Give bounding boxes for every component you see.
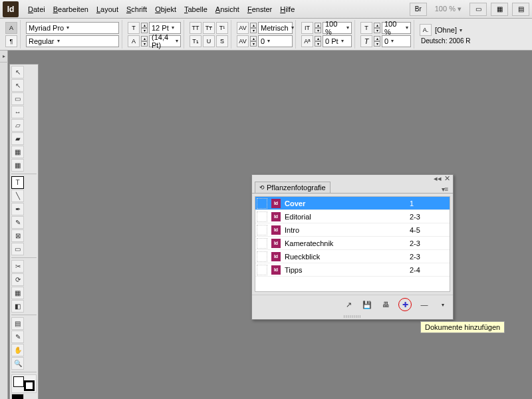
indesign-doc-icon: Id <box>271 252 281 261</box>
tracking-spinner[interactable]: ▴▾ <box>250 36 257 47</box>
selection-tool[interactable]: ↖ <box>11 66 24 78</box>
save-book-button[interactable]: 💾 <box>361 299 373 310</box>
gap-tool[interactable]: ↔ <box>11 106 24 118</box>
gradient-swatch-tool[interactable]: ▦ <box>11 287 24 299</box>
indesign-doc-icon: Id <box>271 199 281 208</box>
bridge-button[interactable]: Br <box>410 3 427 16</box>
type-tool[interactable]: T <box>11 176 24 189</box>
page-tool[interactable]: ▭ <box>11 92 24 105</box>
note-tool[interactable]: ▤ <box>11 317 24 330</box>
rectangle-frame-tool[interactable]: ⊠ <box>11 229 24 242</box>
panel-resize-grip[interactable]: ııııııııı <box>252 314 453 319</box>
para-format-button[interactable]: ¶ <box>5 35 17 47</box>
zoom-display[interactable]: 100 % ▾ <box>431 5 466 13</box>
add-document-button[interactable]: ✚ <box>398 298 412 311</box>
book-row[interactable]: IdTipps2-4 <box>255 263 450 277</box>
baseline-spinner[interactable]: ▴▾ <box>315 36 321 47</box>
guides-tool-2[interactable]: ▦ <box>11 159 24 172</box>
font-style-select[interactable]: Regular <box>26 35 119 47</box>
strikethrough-button[interactable]: S <box>216 35 228 47</box>
book-row[interactable]: IdKameratechnik2-3 <box>255 237 450 250</box>
direct-selection-tool[interactable]: ↖ <box>11 79 24 92</box>
kerning-spinner[interactable]: ▴▾ <box>250 23 257 33</box>
menu-ansicht[interactable]: Ansicht <box>211 3 243 16</box>
free-transform-tool[interactable]: ⟳ <box>11 273 24 286</box>
baseline-icon: Aª <box>301 35 313 47</box>
hscale-input[interactable]: 100 % <box>382 22 411 34</box>
leading-input[interactable]: (14,4 Pt) <box>149 35 181 47</box>
subscript-button[interactable]: T₁ <box>190 35 201 47</box>
sync-small-icon[interactable]: ↗ <box>342 299 354 310</box>
underline-button[interactable]: U <box>203 35 215 47</box>
guides-tool[interactable]: ▦ <box>11 146 24 158</box>
book-row[interactable]: IdRueckblick2-3 <box>255 250 450 263</box>
row-name: Intro <box>283 226 410 234</box>
tooltip: Dokumente hinzufügen <box>420 321 505 333</box>
scissors-tool[interactable]: ✂ <box>11 260 24 273</box>
menu-tabelle[interactable]: Tabelle <box>180 3 211 16</box>
eyedropper-tool[interactable]: ✎ <box>11 331 24 343</box>
smallcaps-button[interactable]: Tᴛ <box>203 22 215 34</box>
leading-spinner[interactable]: ▴▾ <box>141 36 148 47</box>
remove-document-button[interactable]: — <box>418 299 430 310</box>
rectangle-tool[interactable]: ▭ <box>11 243 24 255</box>
font-size-input[interactable]: 12 Pt <box>149 22 181 34</box>
char-format-button[interactable]: A <box>5 22 17 34</box>
book-row[interactable]: IdEditorial2-3 <box>255 210 450 223</box>
panel-close-button[interactable]: ✕ <box>444 174 450 183</box>
skew-spinner[interactable]: ▴▾ <box>374 36 380 47</box>
menu-bearbeiten[interactable]: Bearbeiten <box>49 3 92 16</box>
superscript-button[interactable]: T¹ <box>216 22 228 34</box>
hscale-spinner[interactable]: ▴▾ <box>374 23 380 33</box>
row-status-box <box>257 211 267 222</box>
kerning-icon: AV <box>237 22 249 34</box>
panel-scroll-down[interactable]: ▾ <box>437 299 449 310</box>
font-size-spinner[interactable]: ▴▾ <box>141 23 148 33</box>
vscale-spinner[interactable]: ▴▾ <box>315 23 321 33</box>
screen-mode-button[interactable]: ▭ <box>469 3 487 16</box>
line-tool[interactable]: ╲ <box>11 190 24 202</box>
pencil-tool[interactable]: ✎ <box>11 216 24 229</box>
baseline-input[interactable]: 0 Pt <box>323 35 352 47</box>
menu-fenster[interactable]: Fenster <box>243 3 276 16</box>
pen-tool[interactable]: ✒ <box>11 203 24 215</box>
content-collector-tool[interactable]: ▱ <box>11 119 24 132</box>
content-placer-tool[interactable]: ▰ <box>11 132 24 145</box>
arrange-button[interactable]: ▦ <box>491 3 508 16</box>
fill-stroke-swatch[interactable] <box>11 374 37 393</box>
zoom-tool[interactable]: 🔍 <box>11 357 24 370</box>
language-select[interactable]: Deutsch: 2006 R <box>420 37 471 45</box>
rail-collapse-button[interactable]: ▸ <box>0 51 8 63</box>
separator <box>11 372 37 372</box>
menu-objekt[interactable]: Objekt <box>151 3 180 16</box>
panel-collapse-button[interactable]: ◂◂ <box>434 174 442 183</box>
kerning-select[interactable]: Metrisch <box>258 22 293 34</box>
print-book-button[interactable]: 🖶 <box>380 299 392 310</box>
tracking-input[interactable]: 0 <box>258 35 293 47</box>
panel-menu-button[interactable]: ▾≡ <box>440 186 450 193</box>
allcaps-button[interactable]: TT <box>190 22 201 34</box>
book-row[interactable]: IdIntro4-5 <box>255 223 450 237</box>
skew-input[interactable]: 0 <box>382 35 411 47</box>
book-panel: ◂◂ ✕ ⟲ Pflanzenfotografie ▾≡ IdCover1IdE… <box>251 174 454 320</box>
indesign-doc-icon: Id <box>271 265 281 275</box>
font-family-select[interactable]: Myriad Pro <box>26 22 119 34</box>
panel-footer: ↗ 💾 🖶 ✚ — ▾ <box>252 295 453 314</box>
panel-tab-book[interactable]: ⟲ Pflanzenfotografie <box>255 182 331 193</box>
menubar: Id DateiBearbeitenLayoutSchriftObjektTab… <box>0 0 532 19</box>
separator <box>11 315 37 315</box>
workspace-button[interactable]: ▤ <box>512 3 529 16</box>
vscale-input[interactable]: 100 % <box>323 22 352 34</box>
book-row[interactable]: IdCover1 <box>255 197 450 210</box>
menu-layout[interactable]: Layout <box>92 3 122 16</box>
menu-datei[interactable]: Datei <box>24 3 49 16</box>
separator <box>11 174 37 174</box>
gradient-feather-tool[interactable]: ◧ <box>11 300 24 313</box>
apply-color-button[interactable] <box>11 394 24 399</box>
charstyle-select[interactable]: [Ohne] <box>433 24 470 36</box>
charstyle-icon: A. <box>420 24 432 36</box>
menu-schrift[interactable]: Schrift <box>122 3 151 16</box>
row-name: Rueckblick <box>283 253 410 261</box>
hand-tool[interactable]: ✋ <box>11 344 24 356</box>
menu-hilfe[interactable]: Hilfe <box>276 3 299 16</box>
